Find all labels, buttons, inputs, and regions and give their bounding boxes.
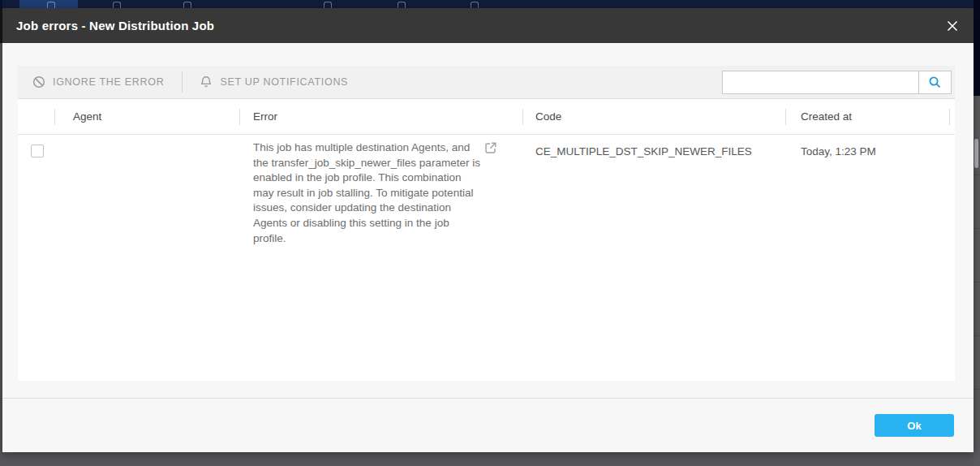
agents-icon xyxy=(45,2,57,8)
external-link-icon[interactable] xyxy=(484,141,497,154)
search-icon xyxy=(928,76,942,89)
errors-panel: IGNORE THE ERROR SET UP NOTIFICATIONS xyxy=(18,66,955,381)
ok-button[interactable]: Ok xyxy=(875,414,954,437)
created-at-cell: Today, 1:23 PM xyxy=(801,145,876,157)
organization-icon xyxy=(111,2,122,8)
search-button[interactable] xyxy=(918,71,951,93)
error-cell: This job has multiple destination Agents… xyxy=(253,140,484,246)
page-scrollbar-thumb[interactable] xyxy=(974,139,978,168)
column-header-agent: Agent xyxy=(73,110,101,123)
column-header-error: Error xyxy=(253,110,277,123)
column-header-code: Code xyxy=(535,110,561,123)
dialog-header: Job errors - New Distribution Job xyxy=(2,8,974,43)
transfers-icon xyxy=(469,2,480,8)
users-icon xyxy=(182,2,193,8)
column-header-created: Created at xyxy=(801,110,852,123)
top-nav-active-tab xyxy=(19,0,78,8)
search-input[interactable] xyxy=(723,71,918,93)
job-errors-dialog: Job errors - New Distribution Job IGNORE… xyxy=(2,8,974,452)
table-header: Agent Error Code Created at xyxy=(18,99,955,135)
top-nav-shadow xyxy=(0,0,2,8)
background-top-nav xyxy=(0,0,980,8)
ban-icon xyxy=(32,76,45,88)
footer-divider xyxy=(2,398,974,399)
reports-icon xyxy=(322,2,333,8)
ignore-error-label: IGNORE THE ERROR xyxy=(53,76,164,88)
set-up-notifications-button[interactable]: SET UP NOTIFICATIONS xyxy=(200,76,348,88)
jobs-icon xyxy=(396,2,407,8)
code-cell: CE_MULTIPLE_DST_SKIP_NEWER_FILES xyxy=(535,145,752,157)
close-icon[interactable] xyxy=(946,19,959,32)
errors-toolbar: IGNORE THE ERROR SET UP NOTIFICATIONS xyxy=(18,66,955,99)
background-page-edge xyxy=(974,0,980,466)
ignore-error-button[interactable]: IGNORE THE ERROR xyxy=(32,76,164,88)
toolbar-divider xyxy=(182,71,183,93)
search-box xyxy=(722,71,952,94)
row-checkbox[interactable] xyxy=(31,145,44,157)
dialog-title: Job errors - New Distribution Job xyxy=(16,19,214,32)
bell-icon xyxy=(200,76,213,88)
set-up-notifications-label: SET UP NOTIFICATIONS xyxy=(220,76,348,88)
